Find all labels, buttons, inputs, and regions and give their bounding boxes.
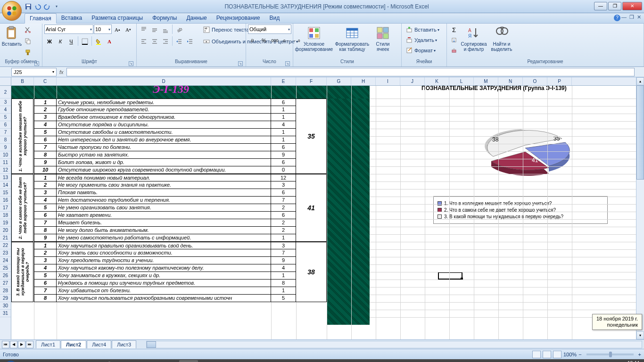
row-number[interactable]: 2 bbox=[34, 249, 57, 257]
name-box[interactable]: J25▾ bbox=[11, 68, 57, 76]
row-text[interactable]: Враждебное отношение к тебе одногрупнико… bbox=[57, 114, 271, 121]
row-number[interactable]: 4 bbox=[34, 264, 57, 272]
first-sheet-icon[interactable]: ⏮ bbox=[2, 341, 9, 348]
normal-view-icon[interactable] bbox=[532, 351, 541, 358]
maximize-button[interactable]: ❐ bbox=[608, 2, 621, 10]
row-header[interactable]: 17 bbox=[0, 204, 11, 212]
delete-cells-button[interactable]: Удалить▾ bbox=[404, 35, 441, 45]
row-header[interactable]: 11 bbox=[0, 159, 11, 166]
underline-button[interactable]: Ч bbox=[66, 36, 76, 47]
zoom-level[interactable]: 100% bbox=[563, 352, 577, 357]
fill-icon[interactable] bbox=[449, 35, 459, 45]
row-header[interactable]: 21 bbox=[0, 234, 11, 242]
row-number[interactable]: 4 bbox=[34, 197, 57, 204]
row-header[interactable]: 4 bbox=[0, 106, 11, 114]
office-button[interactable] bbox=[2, 1, 22, 21]
row-value[interactable]: 7 bbox=[271, 197, 296, 204]
column-header[interactable]: M bbox=[474, 77, 498, 85]
close-workbook-icon[interactable]: ✕ bbox=[637, 14, 641, 20]
row-value[interactable]: 2 bbox=[271, 204, 296, 212]
column-header[interactable]: H bbox=[351, 77, 376, 85]
scroll-up-icon[interactable]: ▴ bbox=[636, 77, 644, 85]
group-header[interactable]: 1. Что в колледже мешает тебе хорошо учи… bbox=[11, 99, 33, 174]
font-size-combo[interactable]: 10▾ bbox=[94, 25, 112, 34]
tab-рецензирование[interactable]: Рецензирование bbox=[212, 13, 265, 23]
row-number[interactable]: 8 bbox=[34, 295, 57, 302]
row-header[interactable]: 31 bbox=[0, 310, 11, 317]
row-number[interactable]: 3 bbox=[34, 114, 57, 121]
worksheet-grid[interactable]: 2345678910111213141516171819202122232425… bbox=[0, 77, 644, 339]
percent-format-icon[interactable]: % bbox=[259, 35, 269, 46]
autosum-icon[interactable]: Σ bbox=[449, 25, 459, 35]
row-header[interactable]: 7 bbox=[0, 129, 11, 136]
row-value[interactable]: 5 bbox=[271, 295, 296, 302]
row-value[interactable]: 1 bbox=[271, 287, 296, 295]
scroll-down-icon[interactable]: ▾ bbox=[636, 331, 644, 339]
prev-sheet-icon[interactable]: ◀ bbox=[10, 341, 17, 348]
increase-decimal-icon[interactable]: ,0→ bbox=[281, 35, 291, 46]
row-text[interactable]: Нет интересных дел и занятий во внеурочн… bbox=[57, 136, 271, 144]
column-header[interactable]: E bbox=[271, 77, 296, 85]
task-explorer-icon[interactable] bbox=[60, 360, 79, 362]
align-top-icon[interactable] bbox=[139, 25, 149, 35]
save-icon[interactable] bbox=[25, 3, 32, 10]
column-header[interactable]: J bbox=[400, 77, 425, 85]
row-number[interactable]: 5 bbox=[34, 204, 57, 212]
row-text[interactable]: Отсутствие порядка и дисциплины. bbox=[57, 121, 271, 129]
paste-button[interactable]: Вставить bbox=[2, 25, 22, 48]
zoom-slider[interactable] bbox=[586, 354, 634, 355]
group-header[interactable]: 3. В какой помощи ты нуждаешься в первую… bbox=[11, 242, 33, 302]
row-header[interactable]: 8 bbox=[0, 136, 11, 144]
font-name-combo[interactable]: Arial Cyr▾ bbox=[44, 25, 93, 34]
row-number[interactable]: 7 bbox=[34, 144, 57, 151]
horizontal-scrollbar[interactable] bbox=[146, 341, 642, 348]
tab-разметка страницы[interactable]: Разметка страницы bbox=[87, 13, 148, 23]
help-icon[interactable]: ? bbox=[614, 15, 620, 21]
sort-filter-button[interactable]: АЯ Сортировка и фильтр bbox=[460, 25, 487, 53]
number-launcher-icon[interactable]: ↘ bbox=[285, 61, 290, 66]
row-header[interactable]: 14 bbox=[0, 181, 11, 189]
grow-font-icon[interactable]: A▴ bbox=[112, 25, 123, 35]
row-number[interactable]: 1 bbox=[34, 174, 57, 181]
format-painter-icon[interactable] bbox=[23, 47, 33, 58]
shrink-font-icon[interactable]: A▾ bbox=[123, 25, 133, 35]
row-header[interactable]: 20 bbox=[0, 227, 11, 234]
row-text[interactable]: Болит голова, живот и др. bbox=[57, 159, 271, 166]
row-header[interactable]: 2 bbox=[0, 86, 11, 99]
task-word-icon[interactable]: W bbox=[140, 360, 158, 362]
row-header[interactable]: 23 bbox=[0, 249, 11, 257]
row-header[interactable]: 30 bbox=[0, 302, 11, 310]
number-format-combo[interactable]: Общий▾ bbox=[248, 25, 291, 34]
decrease-indent-icon[interactable] bbox=[174, 36, 184, 47]
fx-icon[interactable]: fx bbox=[59, 69, 64, 75]
row-number[interactable]: 6 bbox=[34, 136, 57, 144]
align-left-icon[interactable] bbox=[139, 36, 149, 47]
task-opera-icon[interactable] bbox=[80, 360, 99, 362]
sheet-tab-лист3[interactable]: Лист3 bbox=[112, 340, 136, 348]
vertical-scrollbar[interactable]: ▴ ▾ bbox=[636, 77, 644, 339]
bold-button[interactable]: Ж bbox=[44, 36, 55, 47]
format-cells-button[interactable]: Формат▾ bbox=[404, 45, 441, 56]
align-middle-icon[interactable] bbox=[149, 25, 160, 35]
active-cell[interactable] bbox=[438, 272, 462, 280]
select-all-corner[interactable] bbox=[0, 77, 11, 86]
page-break-view-icon[interactable] bbox=[553, 351, 561, 358]
column-header[interactable]: P bbox=[547, 77, 572, 85]
row-header[interactable]: 19 bbox=[0, 219, 11, 227]
row-number[interactable]: 2 bbox=[34, 106, 57, 114]
zoom-out-icon[interactable]: − bbox=[578, 352, 581, 357]
row-header[interactable]: 10 bbox=[0, 151, 11, 159]
column-header[interactable]: B bbox=[11, 77, 34, 85]
tab-вид[interactable]: Вид bbox=[264, 13, 284, 23]
row-text[interactable]: Плохая память. bbox=[57, 189, 271, 197]
comma-format-icon[interactable]: 000 bbox=[270, 35, 280, 46]
row-text[interactable]: Хочу научиться пользоваться разнообразны… bbox=[57, 295, 271, 302]
italic-button[interactable]: К bbox=[55, 36, 66, 47]
row-text[interactable]: Хочу заниматься в кружках, секциях и др. bbox=[57, 272, 271, 280]
row-number[interactable]: 6 bbox=[34, 280, 57, 287]
tab-вставка[interactable]: Вставка bbox=[57, 13, 87, 23]
row-header[interactable]: 26 bbox=[0, 272, 11, 280]
cut-icon[interactable] bbox=[23, 25, 33, 35]
sheet-tab-лист2[interactable]: Лист2 bbox=[61, 340, 86, 348]
row-number[interactable]: 5 bbox=[34, 129, 57, 136]
